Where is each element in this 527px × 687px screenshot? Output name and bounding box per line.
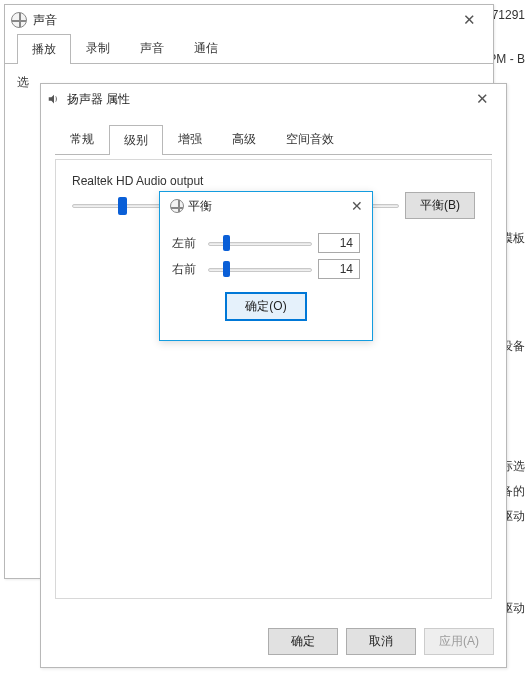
balance-dialog: 平衡 ✕ 左前 14 右前 14 确定(O)	[159, 191, 373, 341]
speaker-title: 扬声器 属性	[67, 91, 462, 108]
sound-title: 声音	[33, 12, 449, 29]
tab-play[interactable]: 播放	[17, 34, 71, 64]
right-front-slider[interactable]	[208, 259, 312, 279]
output-group-label: Realtek HD Audio output	[72, 174, 475, 188]
tab-comm[interactable]: 通信	[179, 33, 233, 63]
left-front-value[interactable]: 14	[318, 233, 360, 253]
sound-tabs: 播放 录制 声音 通信	[5, 35, 493, 63]
left-front-slider[interactable]	[208, 233, 312, 253]
balance-title: 平衡	[188, 198, 344, 215]
speaker-buttons: 确定 取消 应用(A)	[268, 628, 494, 655]
sound-titlebar: 声音 ✕	[5, 5, 493, 35]
tab-spatial[interactable]: 空间音效	[271, 124, 349, 154]
close-icon[interactable]: ✕	[344, 198, 370, 214]
right-front-row: 右前 14	[160, 256, 372, 282]
globe-icon	[170, 199, 184, 213]
close-icon[interactable]: ✕	[462, 90, 502, 108]
left-front-row: 左前 14	[160, 230, 372, 256]
ok-button[interactable]: 确定	[268, 628, 338, 655]
cancel-button[interactable]: 取消	[346, 628, 416, 655]
close-icon[interactable]: ✕	[449, 11, 489, 29]
tab-enhance[interactable]: 增强	[163, 124, 217, 154]
balance-ok-button[interactable]: 确定(O)	[225, 292, 306, 321]
speaker-icon	[47, 92, 61, 106]
globe-icon	[11, 12, 27, 28]
speaker-titlebar: 扬声器 属性 ✕	[41, 84, 506, 114]
left-front-label: 左前	[172, 235, 202, 252]
tab-record[interactable]: 录制	[71, 33, 125, 63]
balance-titlebar: 平衡 ✕	[160, 192, 372, 220]
right-front-value[interactable]: 14	[318, 259, 360, 279]
tab-general[interactable]: 常规	[55, 124, 109, 154]
tab-advanced[interactable]: 高级	[217, 124, 271, 154]
balance-button[interactable]: 平衡(B)	[405, 192, 475, 219]
speaker-properties-window: 扬声器 属性 ✕ 常规 级别 增强 高级 空间音效 Realtek HD Aud…	[40, 83, 507, 668]
tab-sound[interactable]: 声音	[125, 33, 179, 63]
right-front-label: 右前	[172, 261, 202, 278]
speaker-tabs: 常规 级别 增强 高级 空间音效	[51, 126, 496, 154]
select-label: 选	[17, 75, 29, 89]
tab-level[interactable]: 级别	[109, 125, 163, 155]
apply-button[interactable]: 应用(A)	[424, 628, 494, 655]
